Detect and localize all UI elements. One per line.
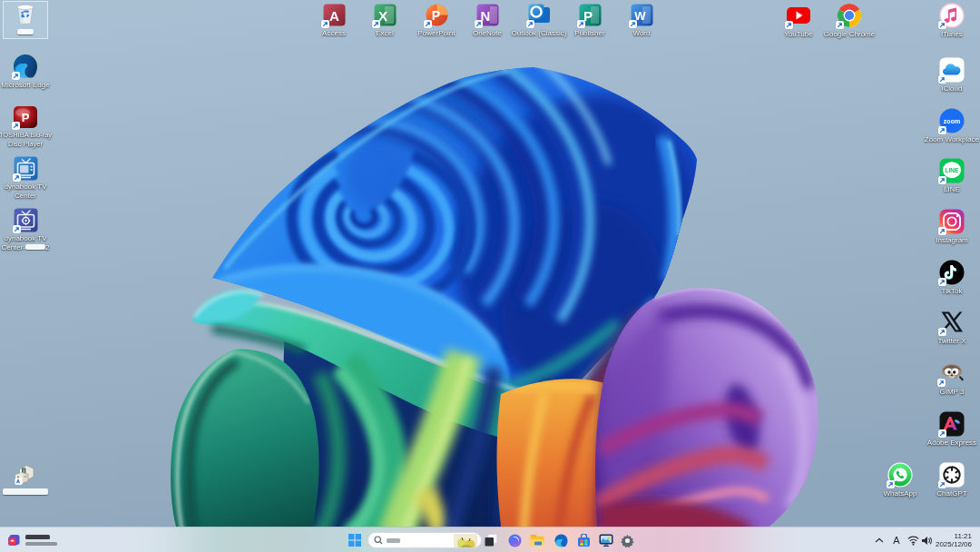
svg-text:zoom: zoom [944, 118, 960, 124]
svg-text:P: P [22, 111, 30, 124]
svg-text:P: P [431, 8, 439, 23]
svg-text:A: A [329, 8, 339, 24]
svg-text:LINE: LINE [946, 167, 959, 173]
